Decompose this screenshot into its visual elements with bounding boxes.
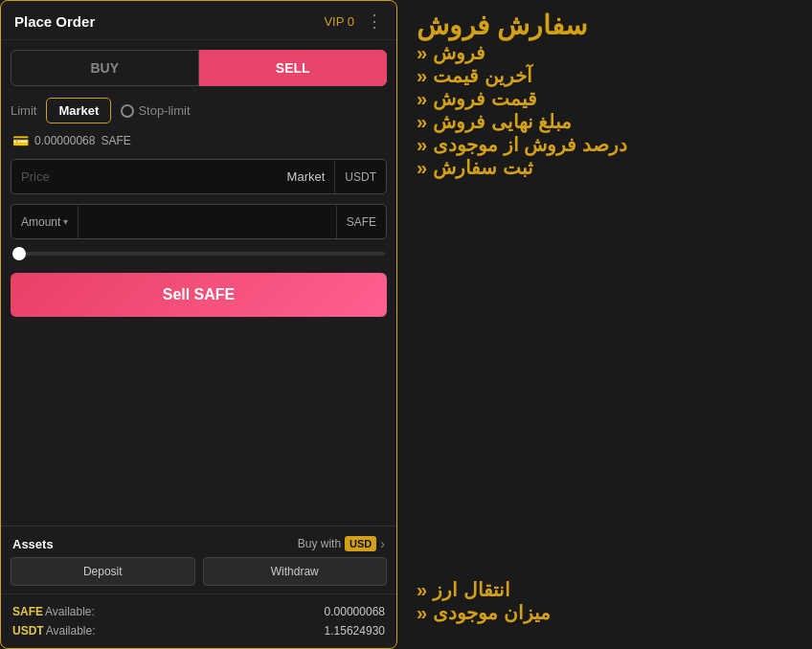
last-price-annotation-text: آخرین قیمت <box>433 64 532 87</box>
last-price-annotation: » آخرین قیمت <box>417 64 802 87</box>
balance-annotation-arrow: » <box>417 602 427 624</box>
assets-title: Assets <box>12 537 54 551</box>
stop-limit-label[interactable]: Stop-limit <box>138 103 190 118</box>
sell-price-annotation-text: قیمت فروش <box>433 87 537 110</box>
last-price-annotation-arrow: » <box>417 65 427 87</box>
slider-track[interactable] <box>12 252 385 256</box>
title-annotation: سفارش فروش <box>417 10 802 41</box>
limit-label[interactable]: Limit <box>11 103 36 118</box>
market-button[interactable]: Market <box>46 98 111 123</box>
sell-annotation-text: فروش <box>433 41 485 64</box>
usdt-available-label: Available: <box>46 624 96 638</box>
stop-limit-icon <box>121 104 134 118</box>
panel-title: Place Order <box>14 13 95 30</box>
usdt-balance-line: USDT Available: 1.15624930 <box>12 621 385 640</box>
market-label: Market <box>278 160 335 193</box>
sell-price-annotation-arrow: » <box>417 88 427 110</box>
sell-annotation: » فروش <box>417 41 802 64</box>
chevron-right-icon[interactable]: › <box>380 536 385 551</box>
safe-balance-value: 0.00000068 <box>325 605 385 618</box>
submit-annotation: » ثبت سفارش <box>417 156 802 179</box>
tab-row: BUY SELL <box>1 40 396 94</box>
sell-safe-button[interactable]: Sell SAFE <box>11 273 387 317</box>
balance-amount: 0.00000068 <box>34 134 95 147</box>
sell-tab[interactable]: SELL <box>199 50 388 86</box>
vip-badge: VIP 0 <box>324 14 354 29</box>
balance-annotation-text: میزان موجودی <box>433 601 551 624</box>
transfer-annotation-text: انتقال ارز <box>433 578 510 601</box>
amount-currency: SAFE <box>336 206 386 238</box>
card-icon: 💳 <box>12 133 29 148</box>
balance-info: SAFE Available: 0.00000068 USDT Availabl… <box>1 593 396 648</box>
deposit-button[interactable]: Deposit <box>11 557 195 586</box>
slider-row <box>1 244 396 263</box>
amount-dropdown-icon[interactable]: ▾ <box>63 216 68 227</box>
annotation-title-text: سفارش فروش <box>417 10 587 41</box>
amount-label-group: Amount ▾ <box>11 206 79 238</box>
amount-input[interactable] <box>79 205 335 238</box>
buy-tab[interactable]: BUY <box>11 50 199 86</box>
buy-with-row: Buy with USD › <box>298 536 385 551</box>
price-input-row: Market USDT <box>11 159 387 194</box>
withdraw-button[interactable]: Withdraw <box>203 557 388 586</box>
stop-limit-row[interactable]: Stop-limit <box>121 103 190 118</box>
safe-balance-line: SAFE Available: 0.00000068 <box>12 602 385 621</box>
slider-thumb[interactable] <box>12 247 26 260</box>
safe-token-label: SAFE <box>12 605 43 618</box>
main-container: Place Order VIP 0 ⋮ BUY SELL Limit Marke… <box>0 0 812 649</box>
annotation-panel: سفارش فروش » فروش » آخرین قیمت » قیمت فر… <box>397 0 812 649</box>
sell-percent-annotation: » درصد فروش از موجودی <box>417 133 802 156</box>
price-currency: USDT <box>334 161 386 193</box>
sell-amount-annotation: » مبلغ نهایی فروش <box>417 110 802 133</box>
transfer-annotation: » انتقال ارز <box>417 578 802 601</box>
balance-annotation: » میزان موجودی <box>417 601 802 624</box>
price-input[interactable] <box>11 160 278 193</box>
sell-amount-annotation-text: مبلغ نهایی فروش <box>433 110 572 133</box>
transfer-annotation-arrow: » <box>417 579 427 601</box>
usd-badge[interactable]: USD <box>345 536 376 551</box>
sell-percent-annotation-arrow: » <box>417 134 427 156</box>
amount-input-row: Amount ▾ SAFE <box>11 204 387 239</box>
panel-header: Place Order VIP 0 ⋮ <box>1 1 396 40</box>
submit-annotation-arrow: » <box>417 157 427 179</box>
usdt-balance-value: 1.15624930 <box>325 624 385 638</box>
order-type-row: Limit Market Stop-limit <box>1 94 396 127</box>
sell-price-annotation: » قیمت فروش <box>417 87 802 110</box>
balance-currency: SAFE <box>101 134 130 147</box>
safe-available-label: Available: <box>45 605 95 618</box>
buy-with-label: Buy with <box>298 537 341 550</box>
sell-percent-annotation-text: درصد فروش از موجودی <box>433 133 627 156</box>
sell-amount-annotation-arrow: » <box>417 111 427 133</box>
deposit-withdraw-row: Deposit Withdraw <box>1 557 396 593</box>
assets-header: Assets Buy with USD › <box>1 526 396 557</box>
sell-annotation-arrow: » <box>417 42 427 64</box>
submit-annotation-text: ثبت سفارش <box>433 156 533 179</box>
place-order-panel: Place Order VIP 0 ⋮ BUY SELL Limit Marke… <box>0 0 397 649</box>
usdt-token-label: USDT <box>12 624 44 638</box>
amount-label-text: Amount <box>21 215 60 229</box>
assets-section: Assets Buy with USD › Deposit Withdraw S… <box>1 526 396 648</box>
more-icon[interactable]: ⋮ <box>366 11 383 32</box>
balance-row: 💳 0.00000068 SAFE <box>1 127 396 154</box>
